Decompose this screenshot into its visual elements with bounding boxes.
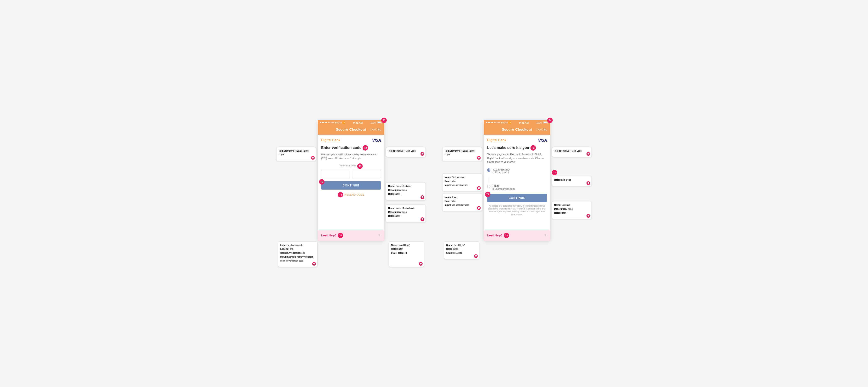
radio-circle-unselected[interactable] bbox=[487, 185, 490, 188]
header-title-r: Secure Checkout bbox=[502, 128, 532, 132]
t1-input-badge: T1 bbox=[357, 163, 363, 169]
resend-code-button[interactable]: RESEND CODE bbox=[344, 193, 364, 196]
battery-icon-r bbox=[543, 122, 548, 124]
name-key: Name: bbox=[446, 244, 453, 247]
left-bank-annotation-container: Text alternative: "[Bank Name] Logo" 💬 bbox=[276, 120, 318, 161]
name-label: Name: bbox=[554, 204, 561, 206]
continue-desc-value: none bbox=[402, 189, 407, 191]
right-annotations-right-screen: Text alternative: "Visa Logo" 💬 T1 Role:… bbox=[550, 120, 592, 219]
header-title: Secure Checkout bbox=[336, 128, 366, 132]
radio-group-annotation-right: T1 Role: radio group 💬 bbox=[552, 170, 592, 186]
right-screen-section: Text alternative: "[Bank Name] Logo" 💬 N… bbox=[442, 120, 592, 259]
signal-dots-r bbox=[486, 122, 493, 123]
continue-annotation-right: Name: Name: Continue Description: none R… bbox=[386, 182, 426, 200]
section-description: We sent you a verification code by text … bbox=[321, 153, 381, 160]
need-help-label: Need Help? bbox=[321, 234, 337, 237]
radio1-name: Text Message bbox=[452, 176, 465, 179]
radio-sub-2: a...b@example.com bbox=[493, 188, 515, 190]
status-bar: ●●●●● Service 📶 9:41 AM 100% bbox=[318, 120, 384, 126]
radio2-input: aria-checked=false bbox=[452, 204, 469, 206]
role-key: Role: bbox=[446, 248, 452, 250]
time-display: 9:41 AM bbox=[353, 121, 363, 124]
cancel-button-r[interactable]: CANCEL bbox=[536, 128, 547, 131]
visa-alt-text-r: Text alternative: "Visa Logo" bbox=[554, 150, 583, 152]
input-annotation: Label: Verification code Legend: aria-la… bbox=[278, 241, 317, 267]
bank-name-logo: Digital Bank bbox=[321, 138, 340, 142]
email-radio-annotation: Name: Email Role: radio Input: aria-chec… bbox=[442, 193, 482, 211]
app-header-r: Secure Checkout CANCEL bbox=[484, 126, 550, 135]
right-phone-frame-wrapper: T4 ●●●●● Service bbox=[484, 120, 550, 240]
verification-input-2[interactable] bbox=[352, 170, 381, 178]
need-help-bar-r[interactable]: Need Help? T3 + bbox=[484, 230, 550, 240]
continue-annotation-right-r: Name: Continue Description: none Role: b… bbox=[552, 201, 592, 219]
need-help-role: button bbox=[398, 248, 403, 250]
section-title-text-r: Let's make sure it's you bbox=[487, 146, 529, 150]
continue-desc-r: none bbox=[568, 208, 572, 210]
status-right-r: 100% bbox=[536, 122, 548, 124]
visa-logo-annotation: Text alternative: "Visa Logo" 💬 bbox=[386, 147, 426, 157]
radio-circle-selected[interactable] bbox=[487, 168, 490, 172]
bank-name-logo-r: Digital Bank bbox=[487, 138, 506, 142]
chat-icon: 💬 bbox=[312, 262, 316, 266]
signal-dots bbox=[320, 122, 327, 123]
need-help-annotation-r: Name: Need Help? Role: button State: col… bbox=[444, 241, 479, 259]
chat-icon: 💬 bbox=[419, 262, 423, 266]
radio-group-container: Text Message* (123) xxx-xx12 Email bbox=[487, 167, 547, 191]
expand-icon: + bbox=[378, 233, 381, 238]
phone-body: Digital Bank VISA Enter verification cod… bbox=[318, 135, 384, 230]
t2-continue-badge: T2 bbox=[319, 179, 324, 185]
need-help-annotation: Name: Need Help? Role: button State: col… bbox=[389, 241, 424, 267]
radio2-name: Email bbox=[452, 196, 458, 198]
status-left: ●●●●● Service 📶 bbox=[320, 121, 345, 124]
state-key: State: bbox=[391, 252, 398, 254]
time-display-r: 9:41 AM bbox=[519, 121, 529, 124]
chat-icon: 💬 bbox=[421, 152, 424, 156]
continue-button-r[interactable]: CONTINUE bbox=[487, 194, 547, 202]
bank-logo-alt-text-r: Text alternative: "[Bank Name] Logo" bbox=[444, 150, 475, 156]
t3-need-help-badge-r: T3 bbox=[504, 233, 509, 238]
bank-logo-alt-text: Text alternative: "[Bank Name] Logo" bbox=[279, 150, 309, 156]
need-help-name-r: Need Help? bbox=[454, 244, 465, 247]
carrier-text: ●●●●● Service bbox=[328, 122, 342, 124]
desc-label: Description: bbox=[388, 189, 401, 191]
radio-option-email[interactable]: Email a...b@example.com bbox=[487, 184, 547, 191]
t2-continue-badge-r: T2 bbox=[485, 192, 490, 197]
radio-label-1: Text Message* bbox=[493, 168, 510, 171]
need-help-bar[interactable]: Need Help? T4 + bbox=[318, 230, 384, 240]
bank-logos-row-r: Digital Bank VISA bbox=[487, 138, 547, 143]
chat-icon: 💬 bbox=[421, 217, 424, 221]
h2-badge: H2 bbox=[363, 145, 368, 151]
section-title-text: Enter verification code bbox=[321, 146, 362, 150]
resend-name-value: Name: Resend code bbox=[396, 207, 415, 209]
chat-icon: 💬 bbox=[587, 181, 590, 185]
t4-badge-right: T4 bbox=[547, 118, 553, 123]
label-key: Label: bbox=[280, 244, 287, 247]
expand-icon-r: + bbox=[545, 233, 547, 238]
resend-desc-value: none bbox=[402, 211, 407, 213]
continue-role-r: button bbox=[561, 212, 566, 214]
need-help-label-r: Need Help? bbox=[487, 234, 502, 237]
status-right: 100% bbox=[371, 122, 382, 124]
section-title: Enter verification code H2 bbox=[321, 145, 381, 151]
continue-button[interactable]: CONTINUE bbox=[321, 181, 381, 190]
radio-group-tooltip: Role: radio group 💬 bbox=[552, 176, 592, 186]
status-bar-r: ●●●●● Service 📶 9:41 AM 100% bbox=[484, 120, 550, 126]
visa-logo-annotation-r: Text alternative: "Visa Logo" 💬 bbox=[552, 147, 592, 157]
right-annotations-left-screen: Text alternative: "Visa Logo" 💬 Name: Na… bbox=[384, 120, 426, 222]
resend-annotation-right: Name: Name: Resend code Description: non… bbox=[386, 204, 426, 222]
visa-logo-r: VISA bbox=[538, 138, 547, 143]
continue-name-value: Name: Continue bbox=[396, 185, 411, 187]
small-print: *Message and data rates may apply to the… bbox=[487, 204, 547, 216]
wifi-icon: 📶 bbox=[342, 121, 345, 124]
desc-label: Description: bbox=[388, 211, 401, 213]
section-title-r: Let's make sure it's you H2 bbox=[487, 145, 547, 151]
bank-logos-row: Digital Bank VISA bbox=[321, 138, 381, 143]
cancel-button[interactable]: CANCEL bbox=[370, 128, 381, 131]
verification-input-1[interactable] bbox=[321, 170, 350, 178]
radio-option-text-message[interactable]: Text Message* (123) xxx-xx12 bbox=[487, 167, 547, 175]
need-help-state-r: collapsed bbox=[453, 252, 462, 254]
right-phone-frame: ●●●●● Service 📶 9:41 AM 100% bbox=[484, 120, 550, 240]
role-label: Role: bbox=[388, 193, 394, 195]
t5-badge: T5 bbox=[381, 118, 387, 123]
t4-need-help-badge: T4 bbox=[338, 233, 343, 238]
